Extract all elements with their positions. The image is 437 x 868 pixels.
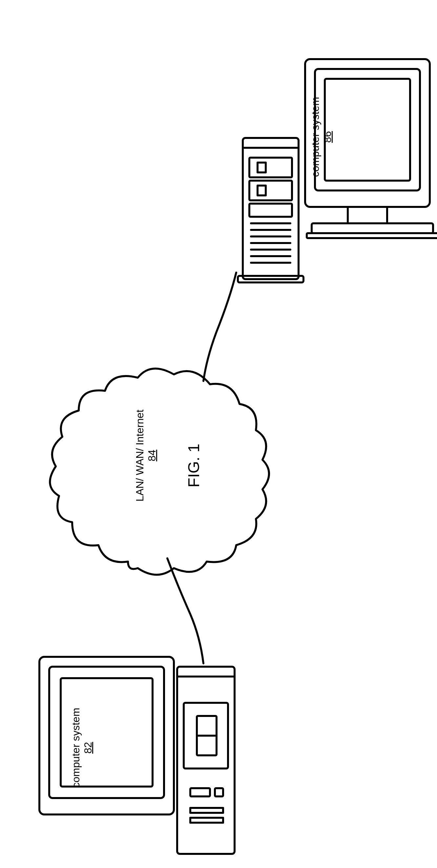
computer-82-monitor [39,657,174,814]
network-label: LAN/ WAN/ Internet [134,398,146,513]
svg-rect-8 [190,788,210,797]
computer-82-case [177,667,235,854]
figure-label: FIG. 1 [185,433,203,499]
svg-rect-9 [215,788,223,797]
svg-rect-12 [243,138,299,279]
computer-86-number: 86 [322,88,334,186]
computer-82-label: computer system [70,699,82,797]
computer-82-number: 82 [82,699,94,797]
network-diagram: computer system 82 LAN/ WAN/ Internet 84… [13,13,437,868]
cable-82-to-cloud [167,558,203,663]
network-cloud [50,369,269,575]
computer-86-tower [238,138,303,282]
svg-rect-31 [307,233,437,238]
svg-rect-15 [249,158,292,177]
svg-rect-1 [49,667,164,798]
computer-86-label: computer system [309,88,322,186]
svg-rect-17 [249,181,292,200]
cable-cloud-to-86 [203,273,236,381]
network-label-group: LAN/ WAN/ Internet 84 [134,398,158,513]
network-number: 84 [146,398,158,513]
svg-rect-29 [325,79,410,181]
svg-rect-0 [39,657,174,814]
computer-86-label-group: computer system 86 [309,88,334,186]
svg-rect-11 [190,818,223,823]
svg-rect-30 [312,223,433,233]
svg-rect-18 [258,186,266,195]
svg-rect-10 [190,808,223,813]
svg-rect-16 [258,162,266,173]
svg-rect-19 [249,204,292,217]
computer-82-label-group: computer system 82 [70,699,94,797]
svg-rect-3 [177,667,235,854]
